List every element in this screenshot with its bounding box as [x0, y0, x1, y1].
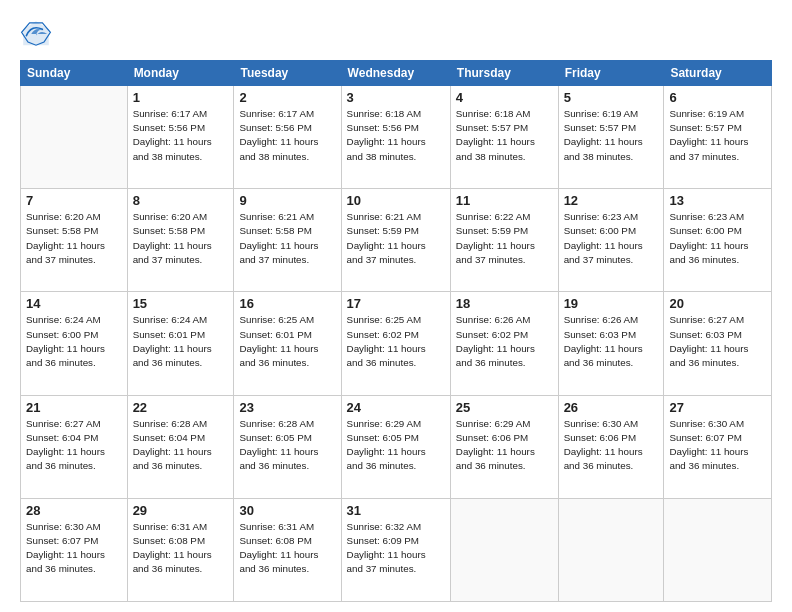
day-number: 21: [26, 400, 122, 415]
day-number: 20: [669, 296, 766, 311]
day-info: Sunrise: 6:21 AMSunset: 5:59 PMDaylight:…: [347, 210, 445, 267]
day-number: 2: [239, 90, 335, 105]
day-number: 17: [347, 296, 445, 311]
calendar-cell: 28Sunrise: 6:30 AMSunset: 6:07 PMDayligh…: [21, 498, 128, 601]
calendar-cell: 26Sunrise: 6:30 AMSunset: 6:06 PMDayligh…: [558, 395, 664, 498]
calendar-cell: 8Sunrise: 6:20 AMSunset: 5:58 PMDaylight…: [127, 189, 234, 292]
logo-icon: [20, 18, 52, 50]
calendar-cell: 27Sunrise: 6:30 AMSunset: 6:07 PMDayligh…: [664, 395, 772, 498]
calendar-week-row: 7Sunrise: 6:20 AMSunset: 5:58 PMDaylight…: [21, 189, 772, 292]
day-info: Sunrise: 6:17 AMSunset: 5:56 PMDaylight:…: [239, 107, 335, 164]
calendar-cell: 30Sunrise: 6:31 AMSunset: 6:08 PMDayligh…: [234, 498, 341, 601]
day-number: 7: [26, 193, 122, 208]
weekday-header-wednesday: Wednesday: [341, 61, 450, 86]
weekday-header-tuesday: Tuesday: [234, 61, 341, 86]
calendar-cell: 3Sunrise: 6:18 AMSunset: 5:56 PMDaylight…: [341, 86, 450, 189]
day-info: Sunrise: 6:19 AMSunset: 5:57 PMDaylight:…: [669, 107, 766, 164]
day-info: Sunrise: 6:18 AMSunset: 5:56 PMDaylight:…: [347, 107, 445, 164]
calendar-cell: 24Sunrise: 6:29 AMSunset: 6:05 PMDayligh…: [341, 395, 450, 498]
calendar-week-row: 1Sunrise: 6:17 AMSunset: 5:56 PMDaylight…: [21, 86, 772, 189]
calendar-cell: 18Sunrise: 6:26 AMSunset: 6:02 PMDayligh…: [450, 292, 558, 395]
day-number: 8: [133, 193, 229, 208]
page: SundayMondayTuesdayWednesdayThursdayFrid…: [0, 0, 792, 612]
calendar-cell: [664, 498, 772, 601]
weekday-header-friday: Friday: [558, 61, 664, 86]
calendar-cell: 12Sunrise: 6:23 AMSunset: 6:00 PMDayligh…: [558, 189, 664, 292]
day-info: Sunrise: 6:29 AMSunset: 6:05 PMDaylight:…: [347, 417, 445, 474]
weekday-header-thursday: Thursday: [450, 61, 558, 86]
day-info: Sunrise: 6:23 AMSunset: 6:00 PMDaylight:…: [564, 210, 659, 267]
calendar-cell: 1Sunrise: 6:17 AMSunset: 5:56 PMDaylight…: [127, 86, 234, 189]
day-number: 12: [564, 193, 659, 208]
day-number: 29: [133, 503, 229, 518]
day-number: 15: [133, 296, 229, 311]
day-number: 4: [456, 90, 553, 105]
day-number: 28: [26, 503, 122, 518]
calendar-cell: 17Sunrise: 6:25 AMSunset: 6:02 PMDayligh…: [341, 292, 450, 395]
calendar-cell: 13Sunrise: 6:23 AMSunset: 6:00 PMDayligh…: [664, 189, 772, 292]
calendar-cell: [21, 86, 128, 189]
day-number: 11: [456, 193, 553, 208]
calendar-cell: 31Sunrise: 6:32 AMSunset: 6:09 PMDayligh…: [341, 498, 450, 601]
logo: [20, 18, 58, 50]
day-info: Sunrise: 6:27 AMSunset: 6:04 PMDaylight:…: [26, 417, 122, 474]
day-info: Sunrise: 6:28 AMSunset: 6:04 PMDaylight:…: [133, 417, 229, 474]
day-info: Sunrise: 6:30 AMSunset: 6:06 PMDaylight:…: [564, 417, 659, 474]
day-number: 23: [239, 400, 335, 415]
calendar-week-row: 21Sunrise: 6:27 AMSunset: 6:04 PMDayligh…: [21, 395, 772, 498]
header: [20, 18, 772, 50]
calendar-cell: 21Sunrise: 6:27 AMSunset: 6:04 PMDayligh…: [21, 395, 128, 498]
calendar-cell: 11Sunrise: 6:22 AMSunset: 5:59 PMDayligh…: [450, 189, 558, 292]
day-number: 3: [347, 90, 445, 105]
calendar-cell: 16Sunrise: 6:25 AMSunset: 6:01 PMDayligh…: [234, 292, 341, 395]
weekday-header-sunday: Sunday: [21, 61, 128, 86]
day-number: 25: [456, 400, 553, 415]
day-info: Sunrise: 6:18 AMSunset: 5:57 PMDaylight:…: [456, 107, 553, 164]
day-info: Sunrise: 6:28 AMSunset: 6:05 PMDaylight:…: [239, 417, 335, 474]
day-info: Sunrise: 6:24 AMSunset: 6:01 PMDaylight:…: [133, 313, 229, 370]
calendar-week-row: 28Sunrise: 6:30 AMSunset: 6:07 PMDayligh…: [21, 498, 772, 601]
day-number: 18: [456, 296, 553, 311]
day-info: Sunrise: 6:31 AMSunset: 6:08 PMDaylight:…: [239, 520, 335, 577]
day-info: Sunrise: 6:26 AMSunset: 6:02 PMDaylight:…: [456, 313, 553, 370]
day-info: Sunrise: 6:31 AMSunset: 6:08 PMDaylight:…: [133, 520, 229, 577]
calendar-cell: 14Sunrise: 6:24 AMSunset: 6:00 PMDayligh…: [21, 292, 128, 395]
day-number: 22: [133, 400, 229, 415]
calendar-cell: 7Sunrise: 6:20 AMSunset: 5:58 PMDaylight…: [21, 189, 128, 292]
weekday-header-monday: Monday: [127, 61, 234, 86]
day-info: Sunrise: 6:20 AMSunset: 5:58 PMDaylight:…: [133, 210, 229, 267]
calendar-cell: 25Sunrise: 6:29 AMSunset: 6:06 PMDayligh…: [450, 395, 558, 498]
day-info: Sunrise: 6:21 AMSunset: 5:58 PMDaylight:…: [239, 210, 335, 267]
calendar-cell: 4Sunrise: 6:18 AMSunset: 5:57 PMDaylight…: [450, 86, 558, 189]
day-number: 27: [669, 400, 766, 415]
calendar-week-row: 14Sunrise: 6:24 AMSunset: 6:00 PMDayligh…: [21, 292, 772, 395]
calendar-cell: 23Sunrise: 6:28 AMSunset: 6:05 PMDayligh…: [234, 395, 341, 498]
day-info: Sunrise: 6:25 AMSunset: 6:01 PMDaylight:…: [239, 313, 335, 370]
day-number: 6: [669, 90, 766, 105]
calendar-cell: 9Sunrise: 6:21 AMSunset: 5:58 PMDaylight…: [234, 189, 341, 292]
weekday-header-saturday: Saturday: [664, 61, 772, 86]
day-number: 16: [239, 296, 335, 311]
day-number: 30: [239, 503, 335, 518]
day-number: 19: [564, 296, 659, 311]
day-info: Sunrise: 6:32 AMSunset: 6:09 PMDaylight:…: [347, 520, 445, 577]
day-number: 1: [133, 90, 229, 105]
day-info: Sunrise: 6:23 AMSunset: 6:00 PMDaylight:…: [669, 210, 766, 267]
day-info: Sunrise: 6:29 AMSunset: 6:06 PMDaylight:…: [456, 417, 553, 474]
calendar-cell: 19Sunrise: 6:26 AMSunset: 6:03 PMDayligh…: [558, 292, 664, 395]
day-info: Sunrise: 6:27 AMSunset: 6:03 PMDaylight:…: [669, 313, 766, 370]
day-number: 13: [669, 193, 766, 208]
calendar-cell: 5Sunrise: 6:19 AMSunset: 5:57 PMDaylight…: [558, 86, 664, 189]
day-number: 24: [347, 400, 445, 415]
calendar-cell: 2Sunrise: 6:17 AMSunset: 5:56 PMDaylight…: [234, 86, 341, 189]
day-number: 31: [347, 503, 445, 518]
day-info: Sunrise: 6:19 AMSunset: 5:57 PMDaylight:…: [564, 107, 659, 164]
day-info: Sunrise: 6:30 AMSunset: 6:07 PMDaylight:…: [26, 520, 122, 577]
day-info: Sunrise: 6:22 AMSunset: 5:59 PMDaylight:…: [456, 210, 553, 267]
day-number: 9: [239, 193, 335, 208]
day-info: Sunrise: 6:30 AMSunset: 6:07 PMDaylight:…: [669, 417, 766, 474]
day-info: Sunrise: 6:26 AMSunset: 6:03 PMDaylight:…: [564, 313, 659, 370]
calendar-cell: [450, 498, 558, 601]
day-number: 10: [347, 193, 445, 208]
calendar-cell: [558, 498, 664, 601]
